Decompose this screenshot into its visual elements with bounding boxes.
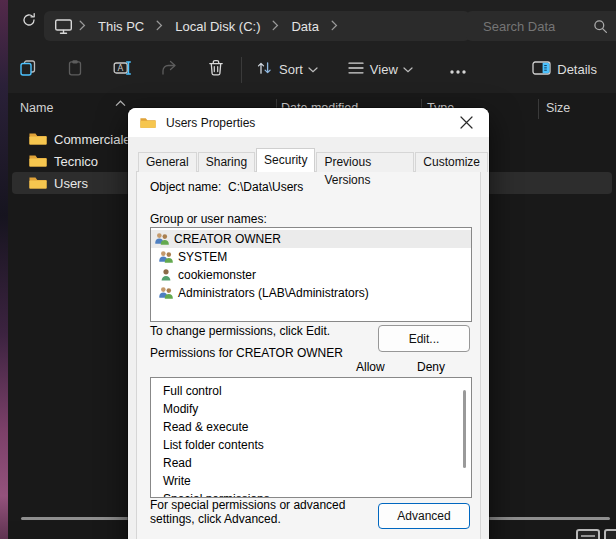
dialog-title: Users Properties <box>166 116 255 130</box>
more-icon <box>449 61 467 79</box>
sort-label: Sort <box>279 62 303 77</box>
details-button[interactable]: Details <box>526 56 605 84</box>
allow-column-label: Allow <box>356 360 385 374</box>
principal-name: CREATOR OWNER <box>174 232 281 246</box>
breadcrumb-chevron-icon <box>272 17 279 35</box>
column-header-size[interactable]: Size <box>546 101 570 115</box>
breadcrumb-chevron-icon <box>331 17 338 35</box>
user-icon <box>158 268 174 282</box>
icons-view-toggle-button[interactable] <box>604 529 616 539</box>
search-input[interactable] <box>466 18 593 35</box>
tab-customize[interactable]: Customize <box>415 152 488 172</box>
view-icon <box>348 61 364 79</box>
group-icon <box>158 286 174 300</box>
breadcrumb-chevron-icon <box>79 17 86 35</box>
dialog-title-bar[interactable]: Users Properties <box>128 108 489 137</box>
sort-icon <box>256 60 273 80</box>
more-options-button[interactable] <box>441 53 475 87</box>
view-button[interactable]: View <box>342 57 419 83</box>
command-bar: A <box>8 46 616 94</box>
details-label: Details <box>557 62 597 77</box>
list-item-system[interactable]: SYSTEM <box>151 248 471 266</box>
details-pane-icon <box>532 60 551 80</box>
list-item-cookiemonster[interactable]: cookiemonster <box>151 266 471 284</box>
sort-ascending-caret-icon[interactable] <box>115 93 126 111</box>
permission-row[interactable]: Read & execute <box>151 418 471 436</box>
delete-button[interactable] <box>199 53 233 87</box>
group-icon <box>154 232 170 246</box>
advanced-button[interactable]: Advanced <box>378 503 470 529</box>
list-item-administrators[interactable]: Administrators (LAB\Administrators) <box>151 284 471 302</box>
advanced-settings-hint: For special permissions or advanced sett… <box>150 498 382 526</box>
desktop-wallpaper-strip <box>0 0 8 539</box>
trash-icon <box>207 59 225 81</box>
breadcrumb-item-this-pc[interactable]: This PC <box>92 16 150 37</box>
list-item-creator-owner[interactable]: CREATOR OWNER <box>151 230 471 248</box>
file-name: Tecnico <box>54 154 98 169</box>
tab-general[interactable]: General <box>138 152 197 172</box>
permissions-for-label: Permissions for CREATOR OWNER <box>150 346 345 360</box>
rename-button[interactable]: A <box>105 53 139 87</box>
search-icon[interactable] <box>593 19 608 34</box>
users-properties-dialog: Users Properties General Sharing Securit… <box>128 108 489 539</box>
file-name: Commerciale <box>54 132 131 147</box>
paste-button[interactable] <box>58 53 92 87</box>
permission-row[interactable]: Read <box>151 454 471 472</box>
permission-row[interactable]: List folder contents <box>151 436 471 454</box>
edit-permissions-hint: To change permissions, click Edit. <box>150 324 330 338</box>
deny-column-label: Deny <box>417 360 445 374</box>
copy-icon <box>19 59 37 81</box>
sort-button[interactable]: Sort <box>250 56 324 84</box>
paste-icon <box>66 59 84 81</box>
share-button[interactable] <box>152 53 186 87</box>
permission-row[interactable]: Write <box>151 472 471 490</box>
folder-icon <box>29 154 47 168</box>
object-name-label: Object name: <box>150 180 221 194</box>
folder-icon <box>29 176 47 190</box>
file-name: Users <box>54 176 88 191</box>
tab-security[interactable]: Security <box>256 148 315 172</box>
permissions-scrollbar[interactable] <box>463 390 466 468</box>
object-name-value: C:\Data\Users <box>228 180 303 194</box>
folder-icon <box>29 132 47 146</box>
tab-sharing[interactable]: Sharing <box>198 152 255 172</box>
toolbar-separator <box>241 57 242 83</box>
tab-previous-versions[interactable]: Previous Versions <box>316 152 414 172</box>
permission-row[interactable]: Special permissions <box>151 490 471 498</box>
chevron-down-icon <box>308 67 318 73</box>
search-box[interactable] <box>466 11 616 41</box>
rename-icon: A <box>113 59 132 81</box>
details-view-toggle-button[interactable] <box>576 529 600 539</box>
group-icon <box>158 250 174 264</box>
address-bar-row: This PC Local Disk (C:) Data <box>8 0 616 46</box>
screen: This PC Local Disk (C:) Data <box>0 0 616 539</box>
view-label: View <box>370 62 398 77</box>
breadcrumb: This PC Local Disk (C:) Data <box>44 11 470 41</box>
permissions-listbox[interactable]: Full control Modify Read & execute List … <box>150 377 472 498</box>
folder-icon <box>140 117 156 129</box>
chevron-down-icon <box>403 67 413 73</box>
refresh-button[interactable] <box>16 9 42 35</box>
close-icon[interactable] <box>457 113 476 132</box>
breadcrumb-item-local-disk-c[interactable]: Local Disk (C:) <box>169 16 266 37</box>
permission-row[interactable]: Full control <box>151 382 471 400</box>
group-or-user-names-label: Group or user names: <box>150 212 267 226</box>
this-pc-icon[interactable] <box>54 18 73 35</box>
principal-name: SYSTEM <box>178 250 227 264</box>
edit-button[interactable]: Edit... <box>378 325 470 352</box>
breadcrumb-item-data[interactable]: Data <box>285 16 324 37</box>
copy-button[interactable] <box>11 53 45 87</box>
group-user-listbox[interactable]: CREATOR OWNER SYSTEM cookiemonster Admin… <box>150 227 472 322</box>
principal-name: Administrators (LAB\Administrators) <box>178 286 369 300</box>
dialog-tab-strip: General Sharing Security Previous Versio… <box>138 149 489 172</box>
svg-text:A: A <box>117 62 123 72</box>
principal-name: cookiemonster <box>178 268 256 282</box>
permission-row[interactable]: Modify <box>151 400 471 418</box>
column-header-name[interactable]: Name <box>20 101 53 115</box>
breadcrumb-chevron-icon <box>156 17 163 35</box>
refresh-icon <box>21 12 37 32</box>
column-separator[interactable] <box>538 99 539 119</box>
share-icon <box>160 59 178 81</box>
